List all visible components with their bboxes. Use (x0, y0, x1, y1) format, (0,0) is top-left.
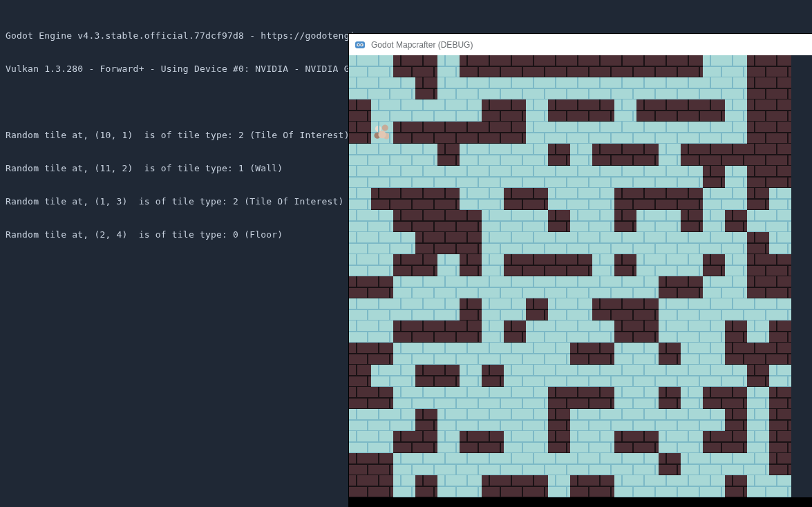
wall-tile[interactable] (659, 276, 681, 298)
wall-tile[interactable] (703, 254, 725, 276)
floor-tile[interactable] (548, 188, 570, 210)
wall-tile[interactable] (769, 144, 791, 166)
wall-tile[interactable] (636, 431, 659, 453)
floor-tile[interactable] (460, 166, 482, 188)
floor-tile[interactable] (769, 210, 791, 232)
wall-tile[interactable] (592, 55, 614, 77)
floor-tile[interactable] (725, 99, 747, 122)
floor-tile[interactable] (548, 122, 570, 144)
floor-tile[interactable] (570, 431, 592, 453)
wall-tile[interactable] (349, 99, 371, 122)
floor-tile[interactable] (747, 431, 769, 453)
wall-tile[interactable] (703, 166, 725, 188)
wall-tile[interactable] (548, 99, 570, 122)
floor-tile[interactable] (703, 453, 725, 475)
floor-tile[interactable] (437, 276, 460, 298)
floor-tile[interactable] (570, 232, 592, 254)
wall-tile[interactable] (725, 210, 747, 232)
wall-tile[interactable] (769, 343, 791, 365)
wall-tile[interactable] (415, 210, 437, 232)
floor-tile[interactable] (592, 365, 614, 387)
floor-tile[interactable] (482, 166, 504, 188)
floor-tile[interactable] (592, 409, 614, 431)
floor-tile[interactable] (526, 387, 548, 409)
floor-tile[interactable] (460, 188, 482, 210)
floor-tile[interactable] (769, 475, 791, 497)
floor-tile[interactable] (570, 298, 592, 321)
floor-tile[interactable] (415, 144, 437, 166)
floor-tile[interactable] (636, 210, 659, 232)
wall-tile[interactable] (747, 343, 769, 365)
floor-tile[interactable] (393, 409, 415, 431)
wall-tile[interactable] (349, 365, 371, 387)
wall-tile[interactable] (747, 254, 769, 276)
floor-tile[interactable] (437, 387, 460, 409)
wall-tile[interactable] (703, 99, 725, 122)
floor-tile[interactable] (393, 453, 415, 475)
floor-tile[interactable] (482, 254, 504, 276)
floor-tile[interactable] (371, 232, 393, 254)
floor-tile[interactable] (393, 77, 415, 99)
wall-tile[interactable] (437, 144, 460, 166)
floor-tile[interactable] (349, 232, 371, 254)
floor-tile[interactable] (570, 276, 592, 298)
floor-tile[interactable] (415, 387, 437, 409)
wall-tile[interactable] (460, 298, 482, 321)
wall-tile[interactable] (703, 387, 725, 409)
floor-tile[interactable] (526, 122, 548, 144)
wall-tile[interactable] (636, 188, 659, 210)
floor-tile[interactable] (460, 343, 482, 365)
wall-tile[interactable] (526, 254, 548, 276)
wall-tile[interactable] (415, 254, 437, 276)
floor-tile[interactable] (747, 298, 769, 321)
floor-tile[interactable] (548, 321, 570, 343)
wall-tile[interactable] (592, 387, 614, 409)
floor-tile[interactable] (349, 321, 371, 343)
wall-tile[interactable] (681, 144, 703, 166)
floor-tile[interactable] (371, 298, 393, 321)
floor-tile[interactable] (659, 298, 681, 321)
wall-tile[interactable] (681, 55, 703, 77)
wall-tile[interactable] (769, 409, 791, 431)
wall-tile[interactable] (725, 475, 747, 497)
floor-tile[interactable] (349, 55, 371, 77)
floor-tile[interactable] (437, 453, 460, 475)
floor-tile[interactable] (659, 77, 681, 99)
floor-tile[interactable] (570, 365, 592, 387)
floor-tile[interactable] (526, 232, 548, 254)
floor-tile[interactable] (526, 431, 548, 453)
floor-tile[interactable] (460, 276, 482, 298)
wall-tile[interactable] (681, 210, 703, 232)
floor-tile[interactable] (570, 210, 592, 232)
wall-tile[interactable] (769, 431, 791, 453)
floor-tile[interactable] (437, 409, 460, 431)
floor-tile[interactable] (371, 210, 393, 232)
wall-tile[interactable] (725, 321, 747, 343)
floor-tile[interactable] (659, 409, 681, 431)
floor-tile[interactable] (393, 298, 415, 321)
floor-tile[interactable] (681, 431, 703, 453)
wall-tile[interactable] (437, 232, 460, 254)
floor-tile[interactable] (592, 321, 614, 343)
floor-tile[interactable] (703, 55, 725, 77)
floor-tile[interactable] (460, 409, 482, 431)
floor-tile[interactable] (592, 276, 614, 298)
floor-tile[interactable] (504, 431, 526, 453)
rock-sprite[interactable] (372, 123, 392, 142)
floor-tile[interactable] (659, 232, 681, 254)
floor-tile[interactable] (703, 210, 725, 232)
floor-tile[interactable] (526, 321, 548, 343)
floor-tile[interactable] (349, 254, 371, 276)
wall-tile[interactable] (349, 122, 371, 144)
wall-tile[interactable] (659, 55, 681, 77)
wall-tile[interactable] (592, 144, 614, 166)
wall-tile[interactable] (681, 188, 703, 210)
floor-tile[interactable] (614, 99, 636, 122)
floor-tile[interactable] (504, 365, 526, 387)
floor-tile[interactable] (614, 475, 636, 497)
wall-tile[interactable] (659, 188, 681, 210)
floor-tile[interactable] (437, 343, 460, 365)
wall-tile[interactable] (393, 254, 415, 276)
floor-tile[interactable] (592, 232, 614, 254)
wall-tile[interactable] (460, 55, 482, 77)
